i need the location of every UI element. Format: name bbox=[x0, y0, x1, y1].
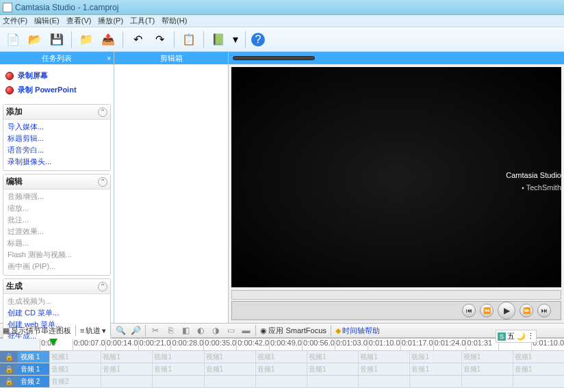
cut-icon[interactable]: ✂ bbox=[150, 325, 161, 336]
tool-icon[interactable]: ◧ bbox=[180, 325, 191, 336]
lock-icon[interactable]: 🔒 bbox=[0, 376, 18, 387]
track-label[interactable]: 音频 2 bbox=[18, 376, 49, 387]
dropdown-icon[interactable]: ▾ bbox=[231, 31, 240, 49]
clip[interactable]: 音频1 bbox=[255, 363, 307, 375]
help-button[interactable]: ? bbox=[251, 33, 265, 47]
clip[interactable] bbox=[255, 376, 307, 387]
forward-button[interactable]: ⏩ bbox=[520, 304, 533, 317]
clip[interactable]: 视频1 bbox=[101, 351, 152, 363]
record-powerpoint-button[interactable]: 录制 PowerPoint bbox=[3, 83, 111, 97]
import-button[interactable]: 📁 bbox=[77, 31, 95, 49]
task-link[interactable]: 录制摄像头... bbox=[8, 156, 106, 168]
record-screen-button[interactable]: 录制屏幕 bbox=[3, 68, 111, 83]
preview-scrollbar[interactable] bbox=[231, 290, 561, 300]
clip[interactable]: 视频1 bbox=[307, 351, 358, 363]
menu-edit[interactable]: 编辑(E) bbox=[34, 16, 60, 26]
zoom-in-icon[interactable]: 🔍 bbox=[115, 325, 126, 336]
track-content[interactable]: 视频1视频1视频1视频1视频1视频1视频1视频1视频1视频1 bbox=[49, 351, 564, 363]
split-icon[interactable]: ⎘ bbox=[165, 325, 176, 336]
section-header[interactable]: 添加⌃ bbox=[3, 105, 110, 120]
clip[interactable]: 视频1 bbox=[204, 351, 255, 363]
zoom-out-icon[interactable]: 🔎 bbox=[130, 325, 141, 336]
tool-icon[interactable]: ◑ bbox=[210, 325, 221, 336]
menu-view[interactable]: 查看(V) bbox=[66, 16, 92, 26]
options-button[interactable]: 📋 bbox=[180, 31, 198, 49]
chevron-icon[interactable]: ⌃ bbox=[98, 177, 107, 187]
clip[interactable]: 音频1 bbox=[152, 363, 203, 375]
clip[interactable] bbox=[307, 376, 358, 387]
clip[interactable] bbox=[409, 376, 461, 387]
task-link[interactable]: 标题剪辑... bbox=[8, 133, 106, 144]
clip[interactable] bbox=[513, 376, 564, 387]
save-button[interactable]: 💾 bbox=[48, 31, 66, 49]
tool-icon[interactable]: ◐ bbox=[195, 325, 206, 336]
clip[interactable] bbox=[358, 376, 409, 387]
timeline-ruler[interactable]: 0:000:00:07.000:00:14.000:00:21.000:00:2… bbox=[0, 339, 564, 351]
play-button[interactable]: ▶ bbox=[498, 302, 515, 319]
lock-icon[interactable]: 🔒 bbox=[0, 351, 18, 363]
clip-bin-area[interactable] bbox=[114, 64, 228, 323]
tool-icon[interactable]: ▭ bbox=[225, 325, 236, 336]
separator bbox=[331, 325, 331, 336]
menu-file[interactable]: 文件(F) bbox=[3, 16, 27, 26]
clip[interactable] bbox=[101, 376, 152, 387]
menu-help[interactable]: 帮助(H) bbox=[162, 16, 187, 26]
clip[interactable]: 音频2 bbox=[49, 376, 101, 387]
section-header[interactable]: 生成⌃ bbox=[3, 279, 110, 294]
clip[interactable]: 音频1 bbox=[49, 363, 101, 375]
chevron-icon[interactable]: ⌃ bbox=[98, 107, 107, 117]
timeline-track[interactable]: 🔒音频 2音频2 bbox=[0, 376, 564, 388]
task-link[interactable]: 语音旁白... bbox=[8, 144, 106, 156]
task-link[interactable]: 导入媒体... bbox=[8, 121, 106, 133]
clip[interactable]: 音频1 bbox=[307, 363, 358, 375]
clip[interactable]: 音频1 bbox=[513, 363, 564, 375]
undo-button[interactable]: ↶ bbox=[129, 31, 146, 49]
playhead-icon[interactable] bbox=[49, 339, 57, 345]
section-header[interactable]: 编辑⌃ bbox=[3, 174, 110, 190]
export-button[interactable]: 📤 bbox=[99, 31, 117, 49]
lock-icon[interactable]: 🔒 bbox=[0, 363, 18, 375]
clip[interactable]: 视频1 bbox=[255, 351, 307, 363]
task-link[interactable]: 创建 CD 菜单... bbox=[8, 307, 106, 319]
smartfocus-button[interactable]: ◉ 应用 SmartFocus bbox=[260, 326, 326, 336]
redo-button[interactable]: ↷ bbox=[151, 31, 168, 49]
tool-icon[interactable]: ▬ bbox=[240, 325, 251, 336]
clip[interactable]: 音频1 bbox=[461, 363, 513, 375]
tracks-menu-button[interactable]: ≡ 轨道 ▾ bbox=[80, 326, 106, 336]
clip[interactable] bbox=[461, 376, 513, 387]
menu-tools[interactable]: 工具(T) bbox=[130, 16, 155, 26]
clip[interactable] bbox=[152, 376, 203, 387]
clip[interactable]: 视频1 bbox=[513, 351, 564, 363]
produce-button[interactable]: 📗 bbox=[209, 31, 227, 49]
clip[interactable]: 音频1 bbox=[101, 363, 152, 375]
timeline-help-button[interactable]: ◆ 时间轴帮助 bbox=[335, 326, 380, 336]
track-content[interactable]: 音频1音频1音频1音频1音频1音频1音频1音频1音频1音频1 bbox=[49, 363, 564, 375]
separator bbox=[110, 325, 111, 336]
track-label[interactable]: 音频 1 bbox=[18, 363, 49, 375]
prev-button[interactable]: ⏮ bbox=[462, 304, 476, 317]
chevron-icon[interactable]: ⌃ bbox=[98, 282, 107, 291]
track-content[interactable]: 音频2 bbox=[49, 376, 564, 387]
show-storyboard-button[interactable]: ▦ 显示情节串连图板 bbox=[3, 326, 71, 336]
menu-play[interactable]: 播放(P) bbox=[98, 16, 123, 26]
timeline-track[interactable]: 🔒音频 1音频1音频1音频1音频1音频1音频1音频1音频1音频1音频1 bbox=[0, 363, 564, 376]
ime-indicator[interactable]: S 五 🌙 ⋮ bbox=[496, 330, 537, 343]
track-label[interactable]: 视频 1 bbox=[18, 351, 49, 363]
clip[interactable] bbox=[204, 376, 255, 387]
task-section: 编辑⌃音频增强...缩放...批注...过渡效果...标题...Flash 测验… bbox=[3, 174, 111, 276]
clip[interactable]: 视频1 bbox=[152, 351, 203, 363]
preview-slider[interactable] bbox=[233, 56, 315, 60]
clip[interactable]: 视频1 bbox=[358, 351, 409, 363]
clip[interactable]: 音频1 bbox=[409, 363, 461, 375]
clip[interactable]: 视频1 bbox=[409, 351, 461, 363]
close-icon[interactable]: × bbox=[107, 53, 111, 65]
next-button[interactable]: ⏭ bbox=[537, 304, 551, 317]
new-button[interactable]: 📄 bbox=[4, 31, 22, 49]
clip[interactable]: 视频1 bbox=[49, 351, 101, 363]
clip[interactable]: 音频1 bbox=[358, 363, 409, 375]
timeline-track[interactable]: 🔒视频 1视频1视频1视频1视频1视频1视频1视频1视频1视频1视频1 bbox=[0, 351, 564, 363]
clip[interactable]: 音频1 bbox=[204, 363, 255, 375]
clip[interactable]: 视频1 bbox=[461, 351, 513, 363]
rewind-button[interactable]: ⏪ bbox=[480, 304, 494, 317]
open-button[interactable]: 📂 bbox=[26, 31, 44, 49]
